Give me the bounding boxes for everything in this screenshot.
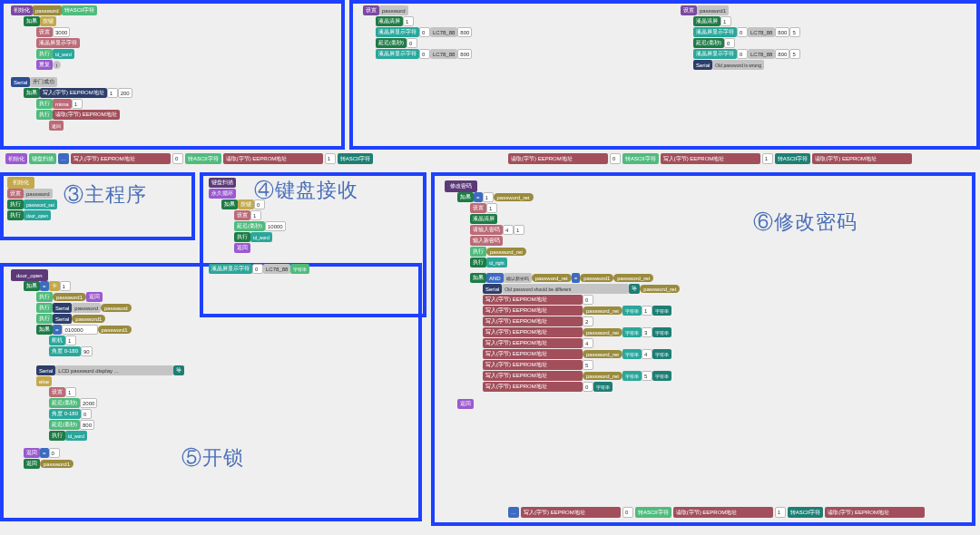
label[interactable]: password1 xyxy=(697,5,729,15)
exec-block[interactable]: 执行 xyxy=(36,49,53,59)
var-block[interactable]: password xyxy=(33,5,62,15)
if-block[interactable]: 如果 xyxy=(470,273,486,283)
call-block[interactable]: 执行 xyxy=(7,210,24,220)
do-block[interactable]: 执行 xyxy=(36,99,53,109)
inner-block[interactable]: 返回 xyxy=(49,121,64,131)
num-field[interactable]: 0 xyxy=(419,49,430,59)
opt[interactable]: 字符串 xyxy=(622,306,642,316)
hat-block[interactable]: door_open xyxy=(11,269,48,281)
ret-block[interactable]: 返回 xyxy=(24,448,40,458)
opt[interactable]: 字符串 xyxy=(622,371,642,381)
text-field[interactable]: Old password is wrong xyxy=(712,60,764,70)
cmp[interactable]: = xyxy=(572,273,581,283)
var[interactable]: password_ret xyxy=(532,274,572,282)
loop-block[interactable]: 永久循环 xyxy=(209,189,236,199)
num-field[interactable]: 1 xyxy=(250,210,261,220)
strip-block[interactable]: 读取(字节) EEPROM地址 xyxy=(673,507,773,518)
num-field[interactable]: 5 xyxy=(789,27,800,37)
strip-block[interactable]: 键盘扫描 xyxy=(29,153,56,164)
call-block[interactable]: td_word xyxy=(53,49,74,59)
var[interactable]: password_ret xyxy=(583,306,622,315)
num-field[interactable]: 1 xyxy=(60,281,71,291)
var[interactable]: password1 xyxy=(72,315,105,323)
lcd-block[interactable]: 液晶屏显示字符 xyxy=(36,38,80,48)
text-field[interactable]: LC78_88 xyxy=(748,49,775,59)
num-field[interactable]: 0 xyxy=(49,448,60,458)
num-field[interactable]: 0 xyxy=(622,507,633,518)
strip-block[interactable]: … xyxy=(508,507,519,518)
num-field[interactable]: 0 xyxy=(252,264,263,274)
strip-block[interactable]: 初始化 xyxy=(5,153,27,164)
eeprom-block[interactable]: 写入(字节) EEPROM地址 xyxy=(483,349,583,359)
stack-top-right-a[interactable]: 设置password 液晶清屏1 液晶屏显示字符0LC78_88800 延迟(毫… xyxy=(363,5,472,60)
num-field[interactable]: 800 xyxy=(775,49,789,59)
strip-block[interactable]: 转ASCII字符 xyxy=(635,507,671,518)
lcd-block[interactable]: 液晶屏显示字符 xyxy=(693,49,737,59)
loop-block[interactable]: 重复 xyxy=(36,60,53,70)
block-canvas[interactable]: ③主程序 ④键盘接收 ⑤开锁 ⑥修改密码 初始化password转ASCII字符… xyxy=(0,0,980,535)
lcd-block[interactable]: 液晶屏显示字符 xyxy=(376,49,419,59)
block[interactable]: 液晶清屏 xyxy=(693,16,720,26)
num-field[interactable]: 0 xyxy=(407,38,417,48)
opt[interactable]: 等 xyxy=(173,365,184,375)
num-field[interactable]: 0 xyxy=(583,382,593,392)
block[interactable]: 输入新密码 xyxy=(470,236,503,246)
opt[interactable]: 字符串 xyxy=(652,306,671,316)
num-field[interactable]: 1 xyxy=(514,225,524,235)
call-block[interactable]: 执行 xyxy=(36,292,53,302)
ret-block[interactable]: 返回 xyxy=(86,292,103,302)
servo-block[interactable]: 舵机 xyxy=(49,336,65,345)
text-field[interactable]: LC78_88 xyxy=(430,27,457,37)
lcd-block[interactable]: 液晶屏显示字符 xyxy=(376,27,419,37)
var[interactable]: password1 xyxy=(40,460,74,468)
num-field[interactable]: 10000 xyxy=(265,221,286,231)
num-field[interactable]: 5 xyxy=(789,49,800,59)
cmp-block[interactable]: = xyxy=(53,325,62,335)
stack-sec3[interactable]: 初始化 设置password 执行password_set 执行door_ope… xyxy=(7,178,57,221)
lcd-block[interactable]: 液晶清屏 xyxy=(470,214,497,224)
strip-block[interactable]: 转ASCII字符 xyxy=(338,153,374,164)
cmp-block[interactable]: = xyxy=(40,448,49,458)
num-field[interactable]: 200 xyxy=(118,88,132,98)
serial-block[interactable]: Serial xyxy=(11,77,30,87)
num-field[interactable]: 4 xyxy=(642,349,652,359)
stack-top-right-b[interactable]: 设置password1 液晶清屏1 液晶屏显示字符0LC78_888005 延迟… xyxy=(681,5,800,71)
num-field[interactable]: 800 xyxy=(457,49,472,59)
text-field[interactable]: LC78_88 xyxy=(263,264,290,274)
eeprom-block[interactable]: 写入(字节) EEPROM地址 xyxy=(483,295,583,305)
text-field[interactable]: 确认新密码 xyxy=(504,273,532,283)
hat-block[interactable]: 设置 xyxy=(363,5,379,15)
num-field[interactable]: 800 xyxy=(80,420,94,430)
set-block[interactable]: 设置 xyxy=(36,27,53,37)
cond[interactable]: 按键 xyxy=(238,199,254,209)
call-block[interactable]: 执行 xyxy=(36,314,53,324)
if-block[interactable]: 如果 xyxy=(24,88,40,98)
call-block[interactable]: 执行 xyxy=(470,247,486,257)
var[interactable]: 卡 xyxy=(49,281,60,291)
num-field[interactable]: 3 xyxy=(642,327,652,337)
serial-block[interactable]: Serial xyxy=(36,365,55,375)
stack-sec6[interactable]: 修改密码 如果=1password_ret 设置1 液晶清屏 请输入密码41 输… xyxy=(445,181,680,410)
if-block[interactable]: 如果 xyxy=(24,281,40,291)
num-field[interactable]: 1 xyxy=(65,387,76,397)
opt[interactable]: 字符串 xyxy=(593,382,612,392)
delay-block[interactable]: 延迟(毫秒) xyxy=(49,420,80,430)
strip-2[interactable]: 读取(字节) EEPROM地址 0 转ASCII字符 写入(字节) EEPROM… xyxy=(508,152,980,165)
num-field[interactable]: 1 xyxy=(720,16,731,26)
opt[interactable]: 字符串 xyxy=(622,327,642,337)
var[interactable]: password1 xyxy=(98,326,132,334)
and-block[interactable]: AND xyxy=(486,273,504,283)
do-block[interactable]: 执行 xyxy=(36,110,53,120)
block[interactable]: 延迟(毫秒) xyxy=(693,38,724,48)
ret-block[interactable]: 返回 xyxy=(457,399,474,409)
opt[interactable]: 字符串 xyxy=(652,327,671,337)
var[interactable]: password_ret xyxy=(486,248,526,256)
num-field[interactable]: 1 xyxy=(107,88,118,98)
eeprom-block[interactable]: 写入(字节) EEPROM地址 xyxy=(483,360,583,370)
num-field[interactable]: 1 xyxy=(642,306,652,316)
num-field[interactable]: 0 xyxy=(724,38,735,48)
dropdown[interactable]: i xyxy=(53,61,61,69)
block[interactable]: else xyxy=(36,376,52,386)
num-field[interactable]: 0 xyxy=(419,27,430,37)
if-block[interactable]: 如果 xyxy=(24,16,40,26)
